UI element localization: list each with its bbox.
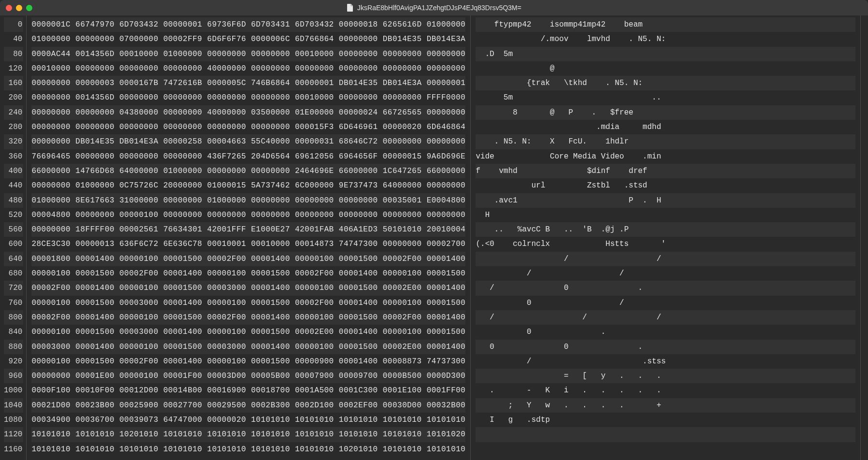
window-controls — [6, 5, 32, 11]
hex-panel: 0408012016020024028032036040044048052056… — [0, 15, 471, 460]
offset-column: 0408012016020024028032036040044048052056… — [0, 15, 27, 460]
hex-row[interactable]: 00000000 00000000 04380000 00000000 4000… — [31, 105, 465, 120]
offset-cell: 1160 — [4, 442, 23, 457]
hex-row[interactable]: 76696465 00000000 00000000 00000000 436F… — [31, 149, 465, 164]
ascii-row[interactable]: 5m .. — [476, 90, 855, 105]
ascii-row[interactable]: .avc1 P . H — [476, 193, 855, 208]
ascii-row[interactable]: url Zstbl .stsd — [476, 178, 855, 193]
title-center: JksRaE8bHlf0AvigPA1JZehgtDJsP4EJq83Drsv5… — [0, 4, 868, 12]
offset-cell: 800 — [4, 310, 23, 325]
ascii-row[interactable]: 0 . — [476, 325, 855, 339]
ascii-row[interactable]: .mdia mdhd — [476, 120, 855, 134]
hex-row[interactable]: 00000000 00000000 00000000 00000000 0000… — [31, 120, 465, 134]
ascii-row[interactable]: ftypmp42 isommp41mp42 beam — [476, 17, 855, 32]
offset-cell: 560 — [4, 222, 23, 237]
offset-cell: 160 — [4, 76, 23, 90]
ascii-row[interactable]: H — [476, 208, 855, 222]
offset-cell: 480 — [4, 193, 23, 208]
offset-cell: 320 — [4, 134, 23, 149]
offset-cell: 880 — [4, 340, 23, 354]
ascii-row[interactable]: . - K i . . . . . — [476, 383, 855, 398]
ascii-row[interactable]: I g .sdtp — [476, 413, 855, 427]
offset-cell: 920 — [4, 354, 23, 369]
hex-row[interactable]: 00034900 00036700 00039073 64747000 0000… — [31, 413, 465, 427]
offset-cell: 840 — [4, 325, 23, 339]
hex-row[interactable]: 00002F00 00001400 00000100 00001500 0000… — [31, 310, 465, 325]
ascii-row[interactable]: f vmhd $dinf dref — [476, 164, 855, 178]
offset-cell: 520 — [4, 208, 23, 222]
hex-row[interactable]: 00000100 00001500 00002F00 00001400 0000… — [31, 266, 465, 281]
hex-row[interactable]: 00000000 DB014E35 DB014E3A 00000258 0000… — [31, 134, 465, 149]
ascii-row[interactable]: / / — [476, 252, 855, 266]
hex-row[interactable]: 00000100 00001500 00002F00 00001400 0000… — [31, 354, 465, 369]
hex-row[interactable]: 00000000 0014356D 00000000 00000000 0000… — [31, 90, 465, 105]
hex-row[interactable]: 00000000 18FFFF00 00002561 76634301 4200… — [31, 222, 465, 237]
hex-row[interactable]: 00002F00 00001400 00000100 00001500 0000… — [31, 281, 465, 295]
hex-row[interactable]: 10101010 10101010 10101010 10101010 1010… — [31, 442, 465, 457]
hex-row[interactable]: 0000AC44 0014356D 00010000 01000000 0000… — [31, 47, 465, 61]
ascii-row[interactable]: . N5. N: X FcU. 1hdlr — [476, 134, 855, 149]
hex-row[interactable]: 00021D00 00023B00 00025900 00027700 0002… — [31, 398, 465, 413]
ascii-row[interactable] — [476, 442, 855, 457]
offset-cell: 0 — [4, 17, 23, 32]
offset-cell: 960 — [4, 369, 23, 383]
hex-row[interactable]: 00004800 00000000 00000100 00000000 0000… — [31, 208, 465, 222]
ascii-row[interactable]: / 0 . — [476, 281, 855, 295]
hex-row[interactable]: 00000100 00001500 00003000 00001400 0000… — [31, 325, 465, 339]
hex-row[interactable]: 0000F100 00010F00 00012D00 00014B00 0001… — [31, 383, 465, 398]
ascii-row[interactable]: 0 / — [476, 296, 855, 310]
offset-cell: 1040 — [4, 398, 23, 413]
hex-row[interactable]: 00000000 01000000 0C75726C 20000000 0100… — [31, 178, 465, 193]
hex-row[interactable]: 0000001C 66747970 6D703432 00000001 6973… — [31, 17, 465, 32]
ascii-row[interactable]: 0 0 . — [476, 340, 855, 354]
offset-cell: 40 — [4, 32, 23, 46]
ascii-row[interactable]: / .stss — [476, 354, 855, 369]
hex-row[interactable]: 10101010 10101010 10201010 10101010 1010… — [31, 427, 465, 442]
offset-cell: 760 — [4, 296, 23, 310]
app-window: JksRaE8bHlf0AvigPA1JZehgtDJsP4EJq83Drsv5… — [0, 0, 868, 460]
vertical-scrollbar[interactable] — [860, 15, 868, 460]
maximize-button[interactable] — [26, 5, 32, 11]
ascii-row[interactable]: / / — [476, 266, 855, 281]
ascii-row[interactable]: vide Core Media Video .min — [476, 149, 855, 164]
hex-row[interactable]: 00001800 00001400 00000100 00001500 0000… — [31, 252, 465, 266]
hex-row[interactable]: 01000000 00000000 07000000 00002FF9 6D6F… — [31, 32, 465, 46]
offset-cell: 1000 — [4, 383, 23, 398]
offset-cell: 200 — [4, 90, 23, 105]
hex-row[interactable]: 66000000 14766D68 64000000 01000000 0000… — [31, 164, 465, 178]
hex-row[interactable]: 00010000 00000000 00000000 00000000 4000… — [31, 61, 465, 76]
offset-cell: 600 — [4, 237, 23, 251]
offset-cell: 400 — [4, 164, 23, 178]
ascii-row[interactable]: .. %avcC B .. 'B .@j .P — [476, 222, 855, 237]
offset-cell: 720 — [4, 281, 23, 295]
document-icon — [347, 4, 353, 12]
hex-row[interactable]: 28CE3C30 00000013 636F6C72 6E636C78 0001… — [31, 237, 465, 251]
hex-row[interactable]: 00000000 00000003 0000167B 7472616B 0000… — [31, 76, 465, 90]
hex-column[interactable]: 0000001C 66747970 6D703432 00000001 6973… — [27, 15, 470, 460]
content-area: 0408012016020024028032036040044048052056… — [0, 15, 868, 460]
hex-row[interactable]: 00000100 00001500 00003000 00001400 0000… — [31, 296, 465, 310]
ascii-row[interactable] — [476, 427, 855, 442]
titlebar[interactable]: JksRaE8bHlf0AvigPA1JZehgtDJsP4EJq83Drsv5… — [0, 0, 868, 15]
hex-row[interactable]: 00000000 00001E00 00000100 00001F00 0000… — [31, 369, 465, 383]
ascii-row[interactable]: / / / — [476, 310, 855, 325]
window-title: JksRaE8bHlf0AvigPA1JZehgtDJsP4EJq83Drsv5… — [357, 4, 521, 12]
hex-row[interactable]: 00003000 00001400 00000100 00001500 0000… — [31, 340, 465, 354]
ascii-row[interactable]: @ — [476, 61, 855, 76]
hex-row[interactable]: 01000000 8E617663 31000000 00000000 0100… — [31, 193, 465, 208]
ascii-row[interactable]: 8 @ P . $free — [476, 105, 855, 120]
ascii-row[interactable]: = [ y . . . — [476, 369, 855, 383]
offset-cell: 280 — [4, 120, 23, 134]
offset-cell: 440 — [4, 178, 23, 193]
ascii-row[interactable]: {trak \tkhd . N5. N: — [476, 76, 855, 90]
ascii-row[interactable]: /.moov lmvhd . N5. N: — [476, 32, 855, 46]
offset-cell: 120 — [4, 61, 23, 76]
ascii-panel[interactable]: ftypmp42 isommp41mp42 beam /.moov lmvhd … — [471, 15, 860, 460]
ascii-row[interactable]: .D 5m — [476, 47, 855, 61]
ascii-row[interactable]: ; Y w . . . . + — [476, 398, 855, 413]
ascii-row[interactable]: (.<0 colrnclx Hstts ' — [476, 237, 855, 251]
offset-cell: 1080 — [4, 413, 23, 427]
close-button[interactable] — [6, 5, 12, 11]
minimize-button[interactable] — [16, 5, 22, 11]
offset-cell: 360 — [4, 149, 23, 164]
